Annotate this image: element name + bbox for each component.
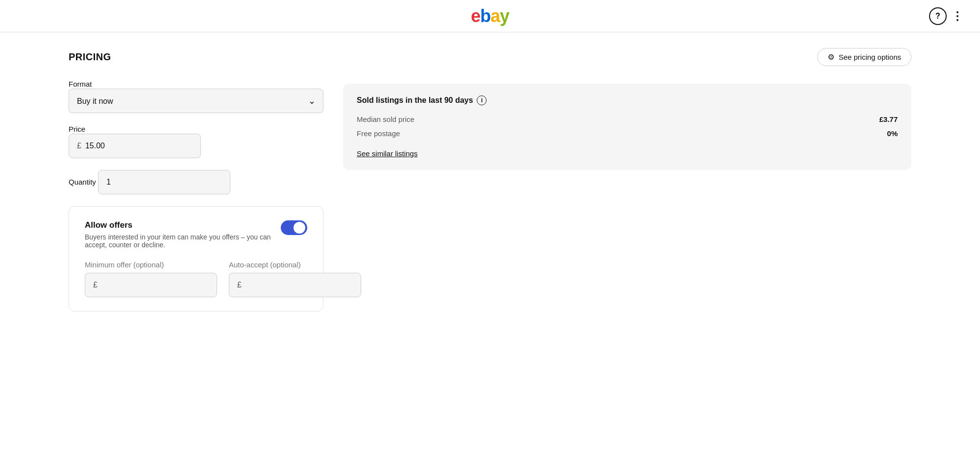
- format-field-group: Format Buy it now ⌄: [69, 80, 323, 113]
- min-offer-currency-symbol: £: [93, 281, 98, 289]
- min-offer-label: Minimum offer (optional): [85, 261, 217, 269]
- more-options-button[interactable]: [955, 9, 960, 23]
- quantity-label: Quantity: [69, 178, 96, 186]
- header-icons: ?: [929, 7, 960, 25]
- page-title: PRICING: [69, 51, 111, 63]
- min-offer-input-wrapper: £: [85, 273, 217, 297]
- logo-a: a: [490, 6, 500, 26]
- free-postage-row: Free postage 0%: [357, 129, 898, 138]
- format-label: Format: [69, 80, 92, 88]
- left-column: Format Buy it now ⌄ Price £ Quantity: [69, 80, 323, 311]
- price-input[interactable]: [85, 142, 193, 150]
- help-icon: ?: [935, 12, 940, 21]
- free-postage-value: 0%: [887, 129, 898, 138]
- allow-offers-toggle[interactable]: [281, 220, 307, 235]
- two-col-layout: Format Buy it now ⌄ Price £ Quantity: [69, 80, 911, 311]
- auto-accept-field-group: Auto-accept (optional) £: [229, 261, 361, 297]
- free-postage-label: Free postage: [357, 129, 400, 138]
- auto-accept-input[interactable]: [245, 281, 353, 289]
- right-column: Sold listings in the last 90 days i Medi…: [343, 80, 911, 311]
- sold-listings-title: Sold listings in the last 90 days i: [357, 95, 898, 105]
- price-field-group: Price £: [69, 125, 323, 158]
- optional-fields: Minimum offer (optional) £ Auto-accept (…: [85, 261, 307, 297]
- format-select[interactable]: Buy it now: [69, 89, 323, 113]
- sold-listings-panel: Sold listings in the last 90 days i Medi…: [343, 84, 911, 170]
- auto-accept-label: Auto-accept (optional): [229, 261, 361, 269]
- min-offer-input[interactable]: [101, 281, 209, 289]
- allow-offers-panel: Allow offers Buyers interested in your i…: [69, 206, 323, 311]
- price-currency-symbol: £: [77, 142, 81, 150]
- logo-b: b: [480, 6, 490, 26]
- header: ebay ?: [0, 0, 980, 32]
- see-similar-listings-link[interactable]: See similar listings: [357, 149, 417, 158]
- see-pricing-options-button[interactable]: ⚙ See pricing options: [817, 48, 911, 66]
- allow-offers-text: Allow offers Buyers interested in your i…: [85, 220, 281, 249]
- filter-icon: ⚙: [828, 52, 834, 62]
- toggle-slider: [281, 220, 307, 235]
- logo-y: y: [500, 6, 509, 26]
- logo-e: e: [471, 6, 480, 26]
- auto-accept-input-wrapper: £: [229, 273, 361, 297]
- median-price-row: Median sold price £3.77: [357, 115, 898, 123]
- main-content: PRICING ⚙ See pricing options Format Buy…: [0, 32, 980, 327]
- allow-offers-title: Allow offers: [85, 220, 281, 230]
- auto-accept-currency-symbol: £: [237, 281, 242, 289]
- info-icon: i: [477, 95, 487, 105]
- format-select-wrapper: Buy it now ⌄: [69, 89, 323, 113]
- section-header: PRICING ⚙ See pricing options: [69, 48, 911, 66]
- allow-offers-description: Buyers interested in your item can make …: [85, 233, 281, 249]
- min-offer-field-group: Minimum offer (optional) £: [85, 261, 217, 297]
- pricing-options-label: See pricing options: [838, 53, 901, 61]
- quantity-input[interactable]: [98, 170, 230, 194]
- help-button[interactable]: ?: [929, 7, 947, 25]
- median-sold-price-value: £3.77: [879, 115, 898, 123]
- price-input-wrapper: £: [69, 134, 201, 158]
- quantity-field-group: Quantity: [69, 170, 323, 194]
- ebay-logo: ebay: [471, 6, 509, 26]
- median-sold-price-label: Median sold price: [357, 115, 415, 123]
- allow-offers-header: Allow offers Buyers interested in your i…: [85, 220, 307, 249]
- price-label: Price: [69, 125, 85, 133]
